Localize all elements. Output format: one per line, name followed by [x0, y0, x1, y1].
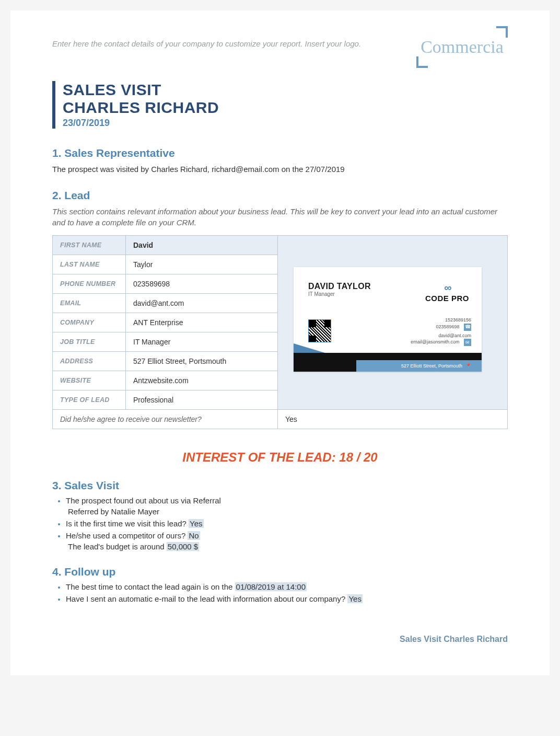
field-value: david@ant.com: [126, 294, 278, 313]
list-item: Have I sent an automatic e-mail to the l…: [66, 594, 508, 603]
business-card: DAVID TAYLOR IT Manager ∞ CODE PRO 15236…: [294, 267, 482, 372]
logo-text: Commercia: [421, 37, 504, 57]
list-item-text: The best time to contact the lead again …: [66, 582, 235, 591]
logo: Commercia: [416, 26, 508, 68]
field-label: ADDRESS: [53, 352, 126, 371]
table-row: FIRST NAME David DAVID TAYLOR IT Manager…: [53, 236, 508, 255]
card-brand-name: CODE PRO: [425, 294, 469, 303]
logo-corner-icon: [416, 56, 428, 68]
field-label: EMAIL: [53, 294, 126, 313]
field-value: IT Manager: [126, 332, 278, 352]
table-row: Did he/she agree to receive our newslett…: [53, 410, 508, 429]
card-address-bar: 527 Elliott Street, Portsmouth 📍: [356, 360, 482, 372]
infinity-icon: ∞: [425, 282, 469, 294]
highlighted-value: No: [188, 531, 200, 540]
field-label: PHONE NUMBER: [53, 274, 126, 294]
card-email-1: david@ant.com: [438, 333, 471, 338]
highlighted-value: Yes: [189, 519, 203, 528]
business-card-cell: DAVID TAYLOR IT Manager ∞ CODE PRO 15236…: [278, 236, 508, 410]
interest-score: INTEREST OF THE LEAD: 18 / 20: [52, 450, 508, 465]
newsletter-question: Did he/she agree to receive our newslett…: [53, 410, 278, 429]
highlighted-value: 50,000 $: [167, 542, 199, 551]
location-pin-icon: 📍: [465, 363, 471, 369]
title-date: 23/07/2019: [63, 118, 508, 129]
field-label: WEBSITE: [53, 371, 126, 390]
document-page: Enter here the contact details of your c…: [10, 10, 550, 675]
list-item-text: Is it the first time we visit this lead?: [66, 519, 189, 528]
section-4-heading: 4. Follow up: [52, 566, 508, 578]
list-item-text: Have I sent an automatic e-mail to the l…: [66, 594, 347, 603]
card-phone-1: 1523689156: [445, 317, 471, 323]
list-item: The best time to contact the lead again …: [66, 582, 508, 591]
highlighted-value: 01/08/2019 at 14:00: [235, 582, 307, 591]
field-label: FIRST NAME: [53, 236, 126, 255]
field-value: 527 Elliot Street, Portsmouth: [126, 352, 278, 371]
section-2-intro: This section contains relevant informati…: [52, 206, 508, 228]
company-details-placeholder: Enter here the contact details of your c…: [52, 26, 361, 48]
field-value: 023589698: [126, 274, 278, 294]
field-value: ANT Enterprise: [126, 313, 278, 332]
list-item-sub-text: The lead's budget is around: [68, 542, 167, 551]
section-1-heading: 1. Sales Representative: [52, 147, 508, 159]
qr-code-icon: [308, 319, 331, 342]
card-email-2: email@jasonsmith.com: [411, 340, 459, 345]
list-item: The prospect found out about us via Refe…: [66, 496, 508, 516]
logo-corner-icon: [496, 26, 508, 38]
field-label: TYPE OF LEAD: [53, 390, 126, 410]
header: Enter here the contact details of your c…: [52, 26, 508, 68]
sales-visit-list: The prospect found out about us via Refe…: [55, 496, 508, 551]
card-job-title: IT Manager: [308, 291, 335, 297]
section-2-heading: 2. Lead: [52, 189, 508, 202]
follow-up-list: The best time to contact the lead again …: [55, 582, 508, 603]
section-3-heading: 3. Sales Visit: [52, 479, 508, 492]
list-item: Is it the first time we visit this lead?…: [66, 519, 508, 528]
field-label: JOB TITLE: [53, 332, 126, 352]
phone-icon: ☎: [464, 324, 471, 331]
card-name: DAVID TAYLOR: [308, 282, 371, 291]
section-1-text: The prospect was visited by Charles Rich…: [52, 164, 508, 175]
field-label: LAST NAME: [53, 255, 126, 274]
title-block: SALES VISIT CHARLES RICHARD 23/07/2019: [52, 81, 508, 129]
mail-icon: ✉: [464, 339, 471, 346]
list-item-text: The prospect found out about us via Refe…: [66, 496, 221, 505]
title-line-1: SALES VISIT: [63, 81, 508, 99]
field-value: Taylor: [126, 255, 278, 274]
lead-table: FIRST NAME David DAVID TAYLOR IT Manager…: [52, 235, 508, 429]
field-value: Professional: [126, 390, 278, 410]
field-label: COMPANY: [53, 313, 126, 332]
card-contacts: 1523689156 023589698 ☎ david@ant.com ema…: [411, 317, 471, 346]
field-value: Antzwebsite.com: [126, 371, 278, 390]
field-value: David: [126, 236, 278, 255]
card-brand: ∞ CODE PRO: [425, 282, 469, 303]
list-item: He/she used a competitor of ours? No The…: [66, 531, 508, 551]
page-footer: Sales Visit Charles Richard: [52, 635, 508, 644]
highlighted-value: Yes: [347, 594, 362, 603]
newsletter-answer: Yes: [278, 410, 508, 429]
card-address: 527 Elliott Street, Portsmouth: [401, 363, 462, 369]
card-phone-2: 023589698: [436, 324, 459, 329]
title-line-2: CHARLES RICHARD: [63, 99, 508, 117]
list-item-sub: The lead's budget is around 50,000 $: [68, 542, 508, 551]
list-item-sub: Referred by Natalie Mayer: [68, 507, 508, 516]
list-item-text: He/she used a competitor of ours?: [66, 531, 188, 540]
